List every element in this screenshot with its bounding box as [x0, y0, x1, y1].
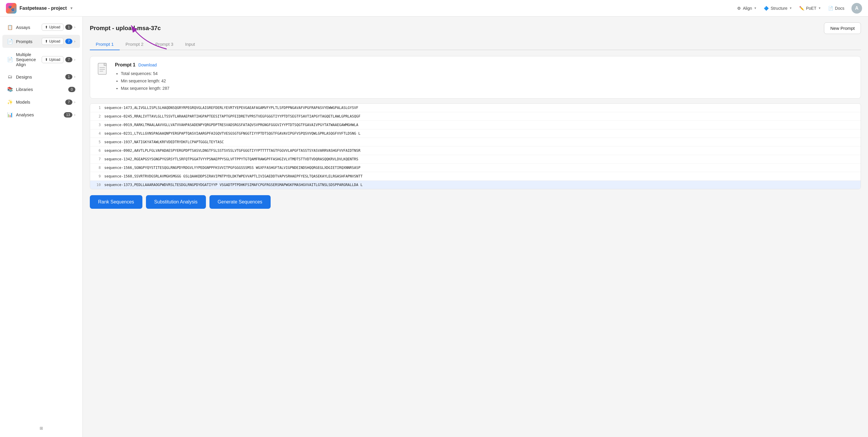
- assays-icon: 📋: [7, 25, 13, 30]
- seq-text: sequence-0231,LTVLLGVNSPAGAAQNPYERGPAPTQ…: [104, 131, 857, 136]
- seq-num: 7: [94, 157, 101, 161]
- meta-total-sequences: Total sequences: 54: [121, 70, 855, 77]
- upload-icon-prompts: ⬆: [45, 39, 48, 43]
- msa-actions: ⬆ Upload 7 ›: [42, 56, 75, 63]
- rank-sequences-button[interactable]: Rank Sequences: [90, 195, 143, 209]
- designs-icon: 🗂: [7, 74, 13, 79]
- libraries-actions: 0: [68, 87, 75, 92]
- sidebar-label-libraries: Libraries: [16, 87, 65, 92]
- models-chevron-icon[interactable]: ›: [74, 100, 75, 104]
- sequence-table: 1 sequence-1473,ALIVGLLISPLSLHAQDNSQGRYR…: [90, 103, 861, 189]
- prompts-icon: 📄: [7, 39, 13, 44]
- designs-badge: 1: [65, 74, 72, 79]
- align-chevron-icon: ▼: [754, 6, 757, 10]
- analyses-chevron-icon[interactable]: ›: [74, 113, 75, 117]
- sidebar-item-msa[interactable]: 📄 Multiple Sequence Align ⬆ Upload 7 ›: [2, 49, 80, 70]
- prompt-tabs: Prompt 1 Prompt 2 Prompt 3 Input: [90, 39, 861, 50]
- structure-icon: 🔷: [764, 6, 769, 11]
- seq-num: 9: [94, 174, 101, 178]
- user-avatar[interactable]: A: [851, 3, 862, 13]
- table-row: 8 sequence-1566,SGNGPYQYSTITESQGLRNGPDYR…: [90, 164, 861, 172]
- msa-upload-button[interactable]: ⬆ Upload: [42, 56, 64, 63]
- app-title: Fastpetease - project: [20, 6, 67, 11]
- prompts-chevron-icon[interactable]: ›: [74, 39, 75, 43]
- structure-chevron-icon: ▼: [789, 6, 792, 10]
- table-row: 7 sequence-1342,RGEAPGSYSGNGPYGSRSYTLSRF…: [90, 155, 861, 164]
- meta-min-length: Min sequence length: 42: [121, 77, 855, 85]
- sidebar-item-designs[interactable]: 🗂 Designs 1 ›: [2, 71, 80, 82]
- new-prompt-button[interactable]: New Prompt: [824, 23, 861, 34]
- table-row-highlighted: 10 sequence-1373,PEDLLAAARAOGPWDVRSLTESD…: [90, 181, 861, 189]
- prompt-card-file-icon: [96, 62, 110, 76]
- seq-num: 10: [94, 183, 101, 187]
- table-row: 5 sequence-1937,NATIGKYATAWLKRFVDEDTRYDK…: [90, 138, 861, 146]
- seq-num: 6: [94, 148, 101, 153]
- app-logo[interactable]: 🐾 Fastpetease - project ▼: [6, 3, 73, 13]
- seq-text: sequence-0919,RARKLTMAALAAVVGLLVATVVAHPA…: [104, 123, 857, 127]
- table-row: 3 sequence-0919,RARKLTMAALAAVVGLLVATVVAH…: [90, 121, 861, 129]
- analyses-icon: 📊: [7, 112, 13, 117]
- docs-icon: 📄: [828, 6, 833, 11]
- main-content: Prompt - upload-msa-37c New Prompt Promp…: [83, 16, 868, 437]
- poet-chevron-icon: ▼: [818, 6, 821, 10]
- models-actions: 7 ›: [65, 100, 75, 105]
- sidebar-item-assays[interactable]: 📋 Assays ⬆ Upload 1 ›: [2, 21, 80, 34]
- download-link[interactable]: Download: [138, 63, 157, 67]
- prompts-upload-button[interactable]: ⬆ Upload: [42, 38, 64, 45]
- libraries-badge: 0: [68, 87, 75, 92]
- prompts-badge: 7: [65, 39, 72, 44]
- poet-menu[interactable]: ✏️ PoET ▼: [799, 6, 821, 11]
- tab-input[interactable]: Input: [179, 39, 201, 50]
- upload-icon: ⬆: [45, 25, 48, 29]
- seq-text: sequence-1473,ALIVGLLISPLSLHAQDNSQGRYRPE…: [104, 106, 857, 110]
- docs-link[interactable]: 📄 Docs: [828, 6, 844, 11]
- logo-icon: 🐾: [6, 3, 17, 13]
- meta-max-length: Max sequence length: 287: [121, 85, 855, 92]
- prompts-actions: ⬆ Upload 7 ›: [42, 38, 75, 45]
- align-menu[interactable]: ⚙ Align ▼: [737, 6, 756, 11]
- seq-num: 5: [94, 140, 101, 144]
- substitution-analysis-button[interactable]: Substitution Analysis: [146, 195, 206, 209]
- table-row: 1 sequence-1473,ALIVGLLISPLSLHAQDNSQGRYR…: [90, 104, 861, 112]
- designs-chevron-icon[interactable]: ›: [74, 75, 75, 79]
- prompt-card-header: Prompt 1 Download Total sequences: 54 Mi…: [96, 62, 855, 93]
- msa-icon: 📄: [7, 57, 13, 62]
- sidebar-collapse-button[interactable]: ⊞: [0, 423, 83, 433]
- collapse-icon: ⊞: [39, 426, 43, 431]
- models-icon: ✨: [7, 99, 13, 105]
- assays-badge: 1: [65, 25, 72, 30]
- seq-text: sequence-0245,RRALIVTTAVLGLLTSSVTLARAAEP…: [104, 114, 857, 119]
- generate-sequences-button[interactable]: Generate Sequences: [210, 195, 271, 209]
- sidebar-label-models: Models: [16, 100, 62, 104]
- structure-menu[interactable]: 🔷 Structure ▼: [764, 6, 792, 11]
- upload-icon-msa: ⬆: [45, 58, 48, 62]
- assays-chevron-icon[interactable]: ›: [74, 25, 75, 29]
- sidebar-item-analyses[interactable]: 📊 Analyses 13 ›: [2, 109, 80, 121]
- assays-upload-button[interactable]: ⬆ Upload: [42, 24, 64, 31]
- seq-text: sequence-1373,PEDLLAAARAOGPWDVRSLTESDGLR…: [104, 183, 857, 187]
- msa-upload-label: Upload: [49, 58, 60, 62]
- project-dropdown-icon[interactable]: ▼: [70, 6, 73, 10]
- sidebar-label-msa: Multiple Sequence Align: [16, 52, 39, 67]
- prompt-card-info: Prompt 1 Download Total sequences: 54 Mi…: [115, 62, 855, 93]
- page-title: Prompt - upload-msa-37c: [90, 25, 161, 32]
- sidebar-item-prompts[interactable]: 📄 Prompts ⬆ Upload 7 ›: [2, 35, 80, 48]
- seq-num: 1: [94, 106, 101, 110]
- designs-actions: 1 ›: [65, 74, 75, 79]
- assays-upload-label: Upload: [49, 25, 60, 29]
- sidebar-label-designs: Designs: [16, 74, 62, 79]
- prompts-upload-label: Upload: [49, 39, 60, 43]
- msa-chevron-icon[interactable]: ›: [74, 58, 75, 62]
- tab-prompt3[interactable]: Prompt 3: [150, 39, 179, 50]
- table-row: 6 sequence-0902,AAVTLPLFGLVAPADAESPYERGP…: [90, 146, 861, 155]
- sidebar-label-assays: Assays: [16, 25, 39, 30]
- table-row: 4 sequence-0231,LTVLLGVNSPAGAAQNPYERGPAP…: [90, 129, 861, 138]
- tab-prompt2[interactable]: Prompt 2: [120, 39, 150, 50]
- sidebar-item-libraries[interactable]: 📚 Libraries 0: [2, 83, 80, 95]
- seq-num: 4: [94, 131, 101, 136]
- sidebar-item-models[interactable]: ✨ Models 7 ›: [2, 96, 80, 108]
- poet-icon: ✏️: [799, 6, 804, 11]
- tab-prompt1[interactable]: Prompt 1: [90, 39, 120, 50]
- sidebar: 📋 Assays ⬆ Upload 1 › 📄 Prompts ⬆ Upload…: [0, 16, 83, 437]
- seq-num: 2: [94, 114, 101, 119]
